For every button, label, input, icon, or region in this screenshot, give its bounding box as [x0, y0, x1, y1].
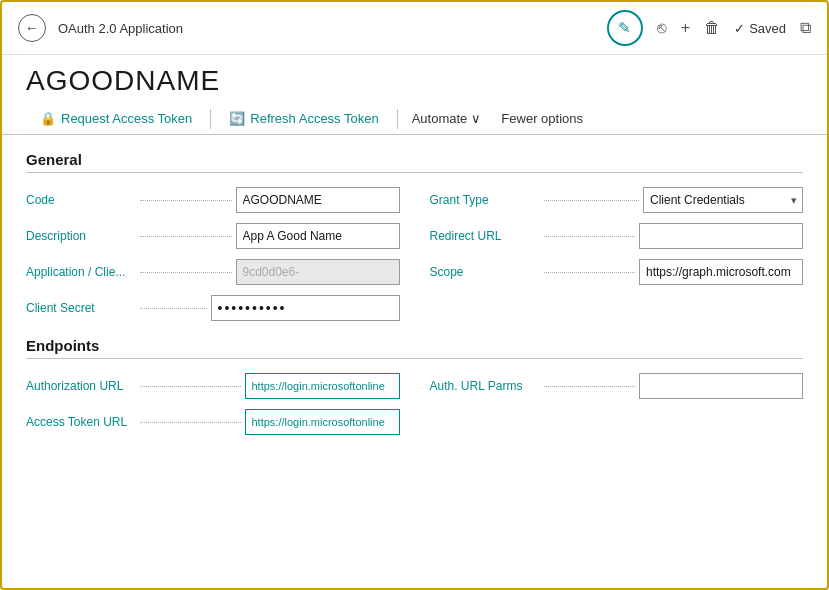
auth-url-parms-input[interactable]	[639, 373, 803, 399]
general-title: General	[26, 151, 803, 168]
client-secret-dots	[140, 308, 207, 309]
endpoints-section: Endpoints Authorization URL Auth. URL Pa…	[26, 337, 803, 435]
redirect-url-input[interactable]	[639, 223, 803, 249]
expand-icon[interactable]: ⧉	[800, 19, 811, 37]
endpoints-form-grid: Authorization URL Auth. URL Parms Access…	[26, 373, 803, 435]
tab-request-access-token[interactable]: 🔒 Request Access Token	[26, 103, 206, 134]
auth-url-input[interactable]	[245, 373, 400, 399]
scope-dots	[544, 272, 636, 273]
client-secret-row: Client Secret	[26, 295, 400, 321]
client-secret-label: Client Secret	[26, 301, 136, 315]
header-bar: ← OAuth 2.0 Application ✎ ⎋ + 🗑 ✓ Saved …	[2, 2, 827, 55]
automate-label: Automate	[412, 111, 468, 126]
app-client-input[interactable]	[236, 259, 400, 285]
auth-url-parms-label: Auth. URL Parms	[430, 379, 540, 393]
client-secret-input[interactable]	[211, 295, 400, 321]
app-client-label: Application / Clie...	[26, 265, 136, 279]
scope-input[interactable]	[639, 259, 803, 285]
app-title-bar: AGOODNAME	[2, 55, 827, 103]
auth-url-parms-row: Auth. URL Parms	[430, 373, 804, 399]
access-token-url-label: Access Token URL	[26, 415, 136, 429]
tab-bar: 🔒 Request Access Token 🔄 Refresh Access …	[2, 103, 827, 135]
redirect-url-row: Redirect URL	[430, 223, 804, 249]
endpoints-divider	[26, 358, 803, 359]
code-input[interactable]	[236, 187, 400, 213]
edit-button[interactable]: ✎	[607, 10, 643, 46]
description-row: Description	[26, 223, 400, 249]
fewer-options-label: Fewer options	[501, 111, 583, 126]
redirect-url-dots	[544, 236, 636, 237]
scope-label: Scope	[430, 265, 540, 279]
access-token-url-row: Access Token URL	[26, 409, 400, 435]
code-row: Code	[26, 187, 400, 213]
app-client-row: Application / Clie...	[26, 259, 400, 285]
tab-refresh-label: Refresh Access Token	[250, 111, 378, 126]
redirect-url-label: Redirect URL	[430, 229, 540, 243]
app-client-dots	[140, 272, 232, 273]
auth-url-parms-dots	[544, 386, 636, 387]
tab-automate[interactable]: Automate ∨	[402, 103, 492, 134]
header-title: OAuth 2.0 Application	[58, 21, 595, 36]
tab-refresh-access-token[interactable]: 🔄 Refresh Access Token	[215, 103, 392, 134]
tab-divider-2	[397, 109, 398, 129]
empty-cell-2	[430, 409, 804, 435]
fewer-options-button[interactable]: Fewer options	[491, 103, 593, 134]
back-button[interactable]: ←	[18, 14, 46, 42]
tab-divider	[210, 109, 211, 129]
grant-type-dots	[544, 200, 640, 201]
tab-request-label: Request Access Token	[61, 111, 192, 126]
app-title: AGOODNAME	[26, 65, 803, 97]
description-dots	[140, 236, 232, 237]
refresh-icon: 🔄	[229, 111, 245, 126]
main-content: General Code Grant Type Client Credentia…	[2, 135, 827, 588]
back-icon: ←	[25, 20, 39, 36]
empty-cell	[430, 295, 804, 321]
edit-icon: ✎	[618, 19, 631, 37]
share-icon[interactable]: ⎋	[657, 19, 667, 37]
description-label: Description	[26, 229, 136, 243]
endpoints-title: Endpoints	[26, 337, 803, 354]
grant-type-row: Grant Type Client Credentials	[430, 187, 804, 213]
auth-url-dots	[140, 386, 241, 387]
add-icon[interactable]: +	[681, 19, 690, 37]
auth-url-label: Authorization URL	[26, 379, 136, 393]
access-token-url-dots	[140, 422, 241, 423]
grant-type-select-wrapper: Client Credentials	[643, 187, 803, 213]
access-token-url-input[interactable]	[245, 409, 400, 435]
description-input[interactable]	[236, 223, 400, 249]
scope-row: Scope	[430, 259, 804, 285]
general-divider	[26, 172, 803, 173]
delete-icon[interactable]: 🗑	[704, 19, 720, 37]
saved-label: Saved	[749, 21, 786, 36]
lock-icon: 🔒	[40, 111, 56, 126]
saved-indicator: ✓ Saved	[734, 21, 786, 36]
code-dots	[140, 200, 232, 201]
general-section: General Code Grant Type Client Credentia…	[26, 151, 803, 321]
code-label: Code	[26, 193, 136, 207]
grant-type-label: Grant Type	[430, 193, 540, 207]
check-icon: ✓	[734, 21, 745, 36]
general-form-grid: Code Grant Type Client Credentials	[26, 187, 803, 321]
app-window: ← OAuth 2.0 Application ✎ ⎋ + 🗑 ✓ Saved …	[0, 0, 829, 590]
header-actions: ✎ ⎋ + 🗑 ✓ Saved ⧉	[607, 10, 811, 46]
chevron-down-icon: ∨	[471, 111, 481, 126]
grant-type-select[interactable]: Client Credentials	[643, 187, 803, 213]
auth-url-row: Authorization URL	[26, 373, 400, 399]
